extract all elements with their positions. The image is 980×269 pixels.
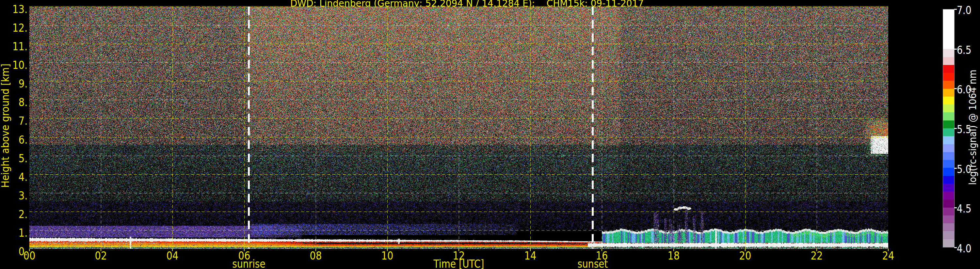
y-tick-label: 10. (13, 59, 27, 70)
x-tick-label: 22 (811, 250, 822, 261)
x-tick-mark (315, 249, 316, 251)
colorbar-tick-label: 7.0 (957, 5, 972, 16)
y-tick-label: 4. (18, 171, 27, 183)
x-tick-label: 18 (668, 250, 679, 261)
colorbar-label: log(rc-signal) @ 1064 nm (967, 63, 978, 192)
colorbar-band (943, 208, 954, 215)
colorbar-band (943, 89, 954, 97)
y-tick-label: 7. (18, 115, 27, 126)
colorbar-band (943, 199, 954, 207)
x-tick-mark (601, 249, 602, 251)
y-tick-label: 11. (13, 41, 27, 52)
y-tick-label: 12. (13, 22, 27, 33)
y-tick-label: 5. (18, 153, 27, 164)
y-tick-label: 3. (18, 190, 27, 201)
colorbar-band (943, 136, 954, 144)
colorbar-tick-mark (954, 168, 957, 169)
colorbar-band (943, 49, 954, 57)
colorbar-band (943, 128, 954, 136)
colorbar-band (943, 57, 954, 65)
backscatter-heatmap-canvas (29, 6, 888, 249)
ceilometer-quicklook: DWD: Lindenberg (Germany; 52.2094 N / 14… (0, 0, 980, 269)
colorbar-band (943, 176, 954, 184)
colorbar-band (943, 223, 954, 231)
colorbar-band (943, 144, 954, 152)
x-tick-mark (244, 249, 245, 251)
x-tick-label: 08 (310, 250, 322, 261)
colorbar-tick-mark (954, 128, 957, 129)
x-tick-mark (816, 249, 817, 251)
colorbar-band (943, 112, 954, 120)
sun-event-label-sunrise: sunrise (232, 259, 265, 269)
x-tick-mark (530, 249, 531, 251)
colorbar-band (943, 121, 954, 128)
colorbar-tick-label: 4.0 (957, 243, 972, 254)
colorbar-band (943, 33, 954, 41)
colorbar (943, 9, 955, 247)
colorbar-band (943, 105, 954, 112)
x-tick-label: 02 (95, 250, 107, 261)
colorbar-tick-label: 6.5 (957, 45, 972, 55)
colorbar-tick-mark (954, 88, 957, 89)
colorbar-band (943, 184, 954, 192)
colorbar-tick-mark (954, 247, 957, 248)
colorbar-band (943, 239, 954, 247)
y-tick-label: 2. (18, 209, 27, 220)
y-axis-label: Height above ground [km] (0, 70, 11, 188)
x-tick-mark (172, 249, 173, 251)
colorbar-band (943, 41, 954, 49)
y-tick-label: 8. (18, 97, 27, 108)
y-tick-label: 9. (18, 78, 27, 89)
y-tick-label: 1. (18, 227, 27, 238)
x-tick-mark (387, 249, 388, 251)
x-tick-label: 24 (882, 250, 894, 261)
colorbar-band (943, 97, 954, 105)
x-tick-mark (673, 249, 674, 251)
x-tick-label: 14 (525, 250, 536, 261)
colorbar-band (943, 10, 954, 17)
colorbar-tick-mark (954, 9, 957, 10)
colorbar-band (943, 152, 954, 160)
x-tick-mark (745, 249, 746, 251)
colorbar-band (943, 192, 954, 199)
x-tick-label: 10 (381, 250, 393, 261)
x-tick-mark (29, 249, 30, 251)
x-tick-mark (458, 249, 459, 251)
colorbar-band (943, 65, 954, 73)
x-tick-mark (100, 249, 101, 251)
colorbar-band (943, 25, 954, 33)
colorbar-tick-mark (954, 207, 957, 208)
x-tick-label: 20 (739, 250, 751, 261)
colorbar-band (943, 231, 954, 239)
colorbar-band (943, 160, 954, 168)
x-tick-label: 00 (24, 250, 36, 261)
colorbar-band (943, 215, 954, 223)
colorbar-tick-label: 4.5 (957, 204, 972, 214)
y-tick-label: 6. (18, 134, 27, 145)
colorbar-tick-mark (954, 49, 957, 49)
colorbar-band (943, 73, 954, 81)
y-tick-label: 13. (13, 3, 27, 15)
colorbar-band (943, 81, 954, 89)
colorbar-band (943, 17, 954, 25)
x-tick-label: 04 (167, 250, 179, 261)
sun-event-label-sunset: sunset (578, 259, 608, 269)
x-tick-label: 12 (453, 250, 465, 261)
x-tick-mark (888, 249, 889, 251)
colorbar-band (943, 168, 954, 176)
